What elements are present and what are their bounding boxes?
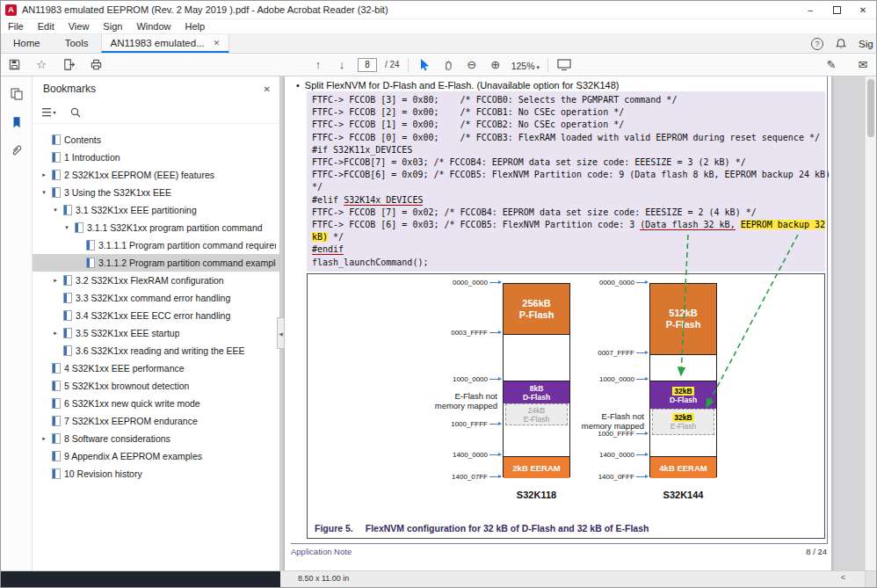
chevron-right-icon[interactable] [40, 171, 48, 178]
bookmark-label: 3 Using the S32K1xx EEE [64, 187, 171, 198]
scrollbar-corner [865, 571, 876, 587]
bookmark-page-icon [52, 152, 61, 163]
bookmark-item[interactable]: 3 Using the S32K1xx EEE [33, 184, 279, 201]
address-arrow-icon [636, 379, 648, 380]
bookmark-item[interactable]: 3.5 S32K1xx EEE startup [33, 324, 279, 342]
fill-sign-pen-icon[interactable]: ✎ [823, 56, 839, 74]
bookmark-item[interactable]: 3.1.1 S32K1xx program partition command [33, 219, 279, 236]
menu-help[interactable]: Help [178, 19, 213, 34]
maximize-icon [833, 6, 841, 14]
bookmark-page-icon [52, 170, 61, 180]
bookmark-item[interactable]: 3.6 S32K1xx reading and writing the EEE [33, 342, 279, 359]
chevron-right-icon[interactable] [51, 330, 60, 337]
menu-edit[interactable]: Edit [31, 19, 62, 34]
page-footer-left: Application Note [291, 547, 352, 556]
bookmarks-options-icon[interactable] [41, 106, 57, 119]
bookmark-item[interactable]: 3.3 S32K1xx command error handling [33, 289, 279, 307]
bookmark-item[interactable]: 7 S32K1xx EEPROM endurance [33, 412, 279, 430]
bookmark-label: 6 S32K1xx new quick write mode [64, 398, 200, 409]
bookmark-item[interactable]: 6 S32K1xx new quick write mode [33, 395, 279, 412]
chevron-down-icon[interactable] [62, 224, 71, 231]
zoom-in-icon[interactable]: ⊕ [488, 56, 504, 74]
bookmark-item[interactable]: 3.2 S32K1xx FlexRAM configuration [33, 272, 279, 289]
bookmark-item[interactable]: 2 S32K1xx EEPROM (EEE) features [33, 166, 279, 184]
tab-document-label: AN11983 emulated... [111, 38, 205, 48]
unused-segment [650, 435, 716, 456]
menu-window[interactable]: Window [129, 19, 178, 34]
bookmark-item[interactable]: 9 Appendix A EEPROM examples [33, 447, 279, 465]
favorite-star-icon[interactable]: ☆ [33, 56, 49, 74]
bookmark-page-icon [52, 134, 61, 145]
address-arrow-icon [636, 433, 648, 434]
notifications-bell-icon[interactable] [835, 38, 847, 50]
menu-bar: File Edit View Sign Window Help [1, 19, 876, 34]
segment-label: D-Flash [523, 393, 550, 402]
tab-document[interactable]: AN11983 emulated... ✕ [101, 34, 230, 53]
tab-tools[interactable]: Tools [53, 34, 101, 53]
note-line: memory mapped [435, 401, 497, 410]
panel-collapse-handle[interactable]: ◀ [277, 317, 285, 349]
tab-bar: Home Tools AN11983 emulated... ✕ ? Sig [1, 34, 876, 54]
bookmark-item[interactable]: 10 Revision history [33, 465, 279, 483]
bookmark-item[interactable]: Contents [33, 131, 279, 149]
maximize-button[interactable] [823, 1, 850, 19]
export-pdf-icon[interactable] [61, 56, 76, 74]
vertical-scrollbar[interactable] [865, 76, 876, 570]
previous-page-icon[interactable]: ↑ [310, 56, 326, 74]
chevron-down-icon[interactable] [51, 207, 60, 214]
unused-segment [504, 334, 569, 381]
dflash-segment: 32kBD-Flash [650, 381, 716, 409]
save-icon[interactable] [6, 56, 22, 74]
bookmark-item[interactable]: 1 Introduction [33, 149, 279, 166]
print-icon[interactable] [88, 56, 104, 74]
bookmark-page-icon [86, 240, 95, 250]
sign-in-button[interactable]: Sig [859, 39, 874, 49]
page-display-icon[interactable] [556, 56, 572, 74]
hand-tool-icon[interactable] [440, 56, 456, 74]
bookmark-label: 3.2 S32K1xx FlexRAM configuration [76, 275, 224, 286]
toolbar-divider [547, 58, 548, 72]
scrollbar-thumb[interactable] [867, 79, 874, 137]
bookmark-item[interactable]: 5 S32K1xx brownout detection [33, 377, 279, 395]
next-page-icon[interactable]: ↓ [334, 56, 350, 74]
eeram-segment: 2kB EERAM [504, 456, 569, 478]
zoom-out-icon[interactable]: ⊖ [464, 56, 480, 74]
find-bookmark-icon[interactable] [69, 106, 82, 119]
minimize-button[interactable]: – [797, 1, 823, 19]
bookmark-item[interactable]: 4 S32K1xx EEE performance [33, 359, 279, 377]
tab-home[interactable]: Home [1, 34, 53, 53]
bookmarks-panel-icon[interactable] [11, 115, 23, 129]
page-number-input[interactable]: 8 [358, 58, 377, 72]
menu-sign[interactable]: Sign [96, 19, 129, 34]
page-thumbnails-icon[interactable] [10, 87, 24, 101]
select-tool-icon[interactable] [417, 56, 432, 74]
help-icon[interactable]: ? [811, 38, 823, 50]
scroll-left-icon[interactable]: < [841, 573, 845, 582]
title-bar: A AN11983 emulated EEPROM (Rev. 2 May 20… [1, 1, 876, 19]
bookmark-item-selected[interactable]: 3.1.1.2 Program partition command exampl… [33, 254, 279, 272]
chevron-right-icon[interactable] [51, 277, 60, 284]
menu-view[interactable]: View [62, 19, 97, 34]
bookmark-page-icon [52, 451, 61, 461]
bookmark-label: 3.1.1.1 Program partition command requir… [98, 240, 276, 250]
bookmark-label: 3.5 S32K1xx EEE startup [76, 328, 179, 338]
bookmark-item[interactable]: 3.1.1.1 Program partition command requir… [33, 236, 279, 254]
tab-close-icon[interactable]: ✕ [214, 39, 221, 47]
bookmark-page-icon [52, 187, 61, 198]
bookmark-item[interactable]: 8 Software considerations [33, 430, 279, 447]
chevron-down-icon[interactable] [40, 189, 48, 196]
bookmark-item[interactable]: 3.4 S32K1xx EEE ECC error handling [33, 307, 279, 324]
zoom-level-dropdown[interactable]: 125%▾ [511, 57, 540, 73]
address-label: 1400_0000 [453, 451, 501, 459]
bookmark-label: 5 S32K1xx brownout detection [64, 381, 189, 391]
address-arrow-icon [636, 352, 648, 353]
bookmark-item[interactable]: 3.1 S32K1xx EEE partitioning [33, 201, 279, 219]
close-button[interactable]: ✕ [850, 1, 876, 19]
address-label: 0000_0000 [599, 279, 648, 287]
bookmarks-close-icon[interactable]: ✕ [264, 84, 271, 94]
menu-file[interactable]: File [1, 19, 31, 34]
attachments-paperclip-icon[interactable] [10, 143, 23, 157]
share-envelope-icon[interactable]: ✉ [855, 56, 871, 74]
chevron-right-icon[interactable] [40, 435, 48, 442]
document-pane[interactable]: •Split FlexNVM for D-Flash and E-Flash. … [280, 76, 865, 570]
